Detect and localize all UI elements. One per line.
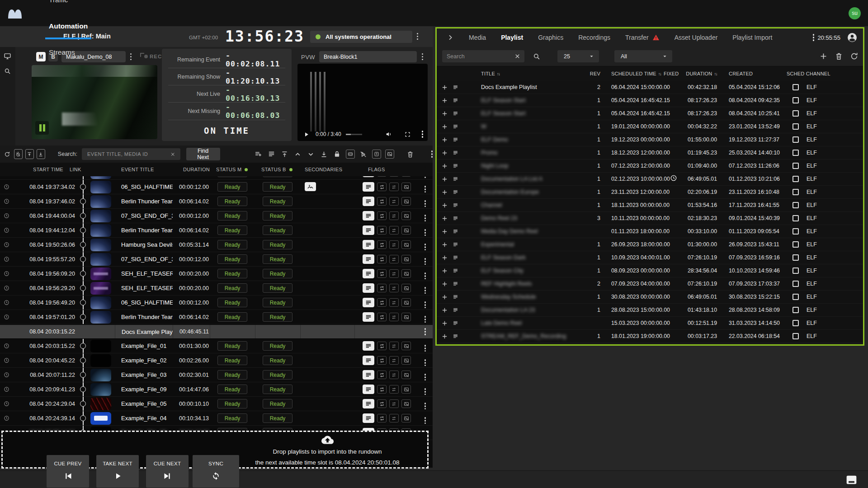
sched-channel-checkbox[interactable] — [793, 241, 799, 248]
graphics-off-icon[interactable] — [401, 399, 411, 408]
add-to-rundown-icon[interactable] — [441, 320, 448, 327]
loop-icon[interactable] — [377, 211, 387, 220]
rundown-row[interactable]: 08.04 19:50:26.06Hamburg Sea Devils Tea.… — [0, 238, 433, 252]
playlist-row[interactable]: REF Highlight Reels207.09.2023 04:00:00.… — [437, 277, 863, 291]
playlist-flag-icon[interactable] — [363, 283, 374, 293]
row-menu-button[interactable] — [425, 374, 426, 380]
loop-icon[interactable] — [377, 240, 387, 249]
skip-off-icon[interactable] — [359, 150, 368, 159]
row-menu-button[interactable] — [425, 200, 426, 207]
link-node-icon[interactable] — [77, 339, 90, 353]
playlist-flag-icon[interactable] — [363, 225, 374, 235]
transition-icon[interactable] — [389, 298, 399, 307]
playlist-add-icon[interactable] — [254, 150, 263, 159]
transition-icon[interactable] — [389, 313, 399, 321]
lock-icon[interactable] — [333, 150, 342, 159]
sched-channel-checkbox[interactable] — [793, 294, 799, 300]
bar-down-icon[interactable] — [320, 150, 329, 159]
loop-icon[interactable] — [377, 197, 387, 206]
rundown-row[interactable]: 08.04 19:56:09.20SEH_ELF_TEASER_20 Pl...… — [0, 267, 433, 281]
loop-icon[interactable] — [377, 176, 387, 177]
rundown-group-row[interactable]: 08.04 20:03:15.22Docs Example Playlist (… — [0, 324, 433, 339]
loop-icon[interactable] — [377, 298, 387, 307]
playlist-icon[interactable] — [452, 202, 459, 208]
sched-channel-checkbox[interactable] — [793, 150, 799, 156]
secondary-graphic-icon[interactable] — [305, 182, 316, 191]
tab-asset-uploader[interactable]: Asset Uploader — [675, 34, 718, 41]
sync-button[interactable]: SYNC — [193, 455, 239, 488]
add-to-rundown-icon[interactable] — [441, 202, 448, 209]
collapse-panel-icon[interactable] — [447, 34, 454, 41]
link-node-icon[interactable] — [77, 296, 90, 310]
add-to-rundown-icon[interactable] — [441, 294, 448, 300]
add-to-rundown-icon[interactable] — [441, 215, 448, 222]
playlist-icon[interactable] — [452, 242, 459, 248]
transition-icon[interactable] — [389, 399, 399, 408]
playlist-flag-icon[interactable] — [363, 269, 374, 278]
graphics-off-icon[interactable] — [401, 176, 411, 177]
rundown-row[interactable]: 08.04 19:37:46.02Berlin Thunder Team Onl… — [0, 194, 433, 209]
playlist-flag-icon[interactable] — [363, 341, 374, 351]
add-to-rundown-icon[interactable] — [441, 84, 448, 91]
playlist-flag-icon[interactable] — [363, 413, 374, 423]
playlist-icon[interactable] — [452, 320, 459, 326]
sched-channel-checkbox[interactable] — [793, 123, 799, 130]
loop-icon[interactable] — [377, 414, 387, 422]
row-menu-button[interactable] — [425, 359, 426, 366]
row-menu-button[interactable] — [425, 244, 426, 250]
link-node-icon[interactable] — [77, 368, 90, 382]
playlist-icon[interactable] — [452, 111, 459, 117]
graphics-off-icon[interactable] — [401, 385, 411, 394]
playlist-row[interactable]: Promo118.12.2023 12:00:00.0001:19:45.232… — [437, 146, 863, 160]
add-to-rundown-icon[interactable] — [441, 307, 448, 314]
playlist-icon[interactable] — [452, 307, 459, 313]
graphics-off-icon[interactable] — [401, 414, 411, 422]
link-node-icon[interactable] — [77, 238, 90, 252]
playlist-row[interactable]: Demo Reel 23310.11.2023 00:00:00.0002:18… — [437, 212, 863, 225]
transition-icon[interactable] — [389, 356, 399, 365]
search-icon[interactable] — [4, 67, 11, 75]
link-node-icon[interactable] — [77, 194, 90, 208]
add-to-rundown-icon[interactable] — [441, 97, 448, 104]
rundown-row[interactable]: 08.04 19:37:22.02ReadyReady — [0, 176, 433, 180]
transition-icon[interactable] — [389, 284, 399, 292]
tab-playlist-import[interactable]: Playlist Import — [732, 34, 772, 41]
tab-transfer[interactable]: Transfer — [625, 34, 660, 41]
sched-channel-checkbox[interactable] — [793, 333, 799, 339]
playlist-row[interactable]: Wednesday Schedule130.08.2023 00:00:00.0… — [437, 291, 863, 304]
loop-icon[interactable] — [377, 269, 387, 278]
playlist-icon[interactable] — [452, 137, 459, 143]
rundown-row[interactable]: 08.04 19:44:00.0407_SIG_END_OF_3RD00:00:… — [0, 209, 433, 223]
fullscreen-icon[interactable] — [404, 131, 411, 138]
add-to-rundown-icon[interactable] — [441, 281, 448, 287]
col-duration[interactable]: DURATION — [686, 71, 717, 76]
loop-icon[interactable] — [377, 342, 387, 350]
col-fixed[interactable]: FIXED — [664, 71, 685, 76]
add-to-rundown-icon[interactable] — [441, 176, 448, 183]
sched-channel-checkbox[interactable] — [793, 163, 799, 169]
playlist-flag-icon[interactable] — [363, 176, 374, 177]
playlist-flag-icon[interactable] — [363, 312, 374, 322]
playlist-flag-icon[interactable] — [363, 370, 374, 380]
refresh-icon[interactable] — [3, 150, 11, 159]
playlist-search-input[interactable] — [442, 53, 514, 60]
row-menu-button[interactable] — [425, 215, 426, 221]
transition-icon[interactable] — [389, 385, 399, 394]
add-playlist-icon[interactable] — [819, 52, 828, 61]
playlist-flag-icon[interactable] — [363, 240, 374, 249]
bar-down-icon[interactable] — [37, 149, 45, 159]
playlist-icon[interactable] — [452, 294, 459, 300]
sched-channel-checkbox[interactable] — [793, 110, 799, 117]
transition-icon[interactable] — [389, 240, 399, 249]
col-link[interactable]: LINK — [70, 167, 90, 172]
delete-icon[interactable] — [835, 52, 843, 61]
rundown-row[interactable]: 08.04 19:56:49.2006_SIG_HALFTIME00:00:12… — [0, 296, 433, 310]
playlist-row[interactable]: Night Loop107.12.2023 12:00:00.0001:09:4… — [437, 160, 863, 173]
row-menu-button[interactable] — [425, 272, 426, 279]
sched-channel-checkbox[interactable] — [793, 189, 799, 195]
loop-icon[interactable] — [377, 313, 387, 321]
bar-up-icon[interactable] — [25, 149, 34, 159]
loop-icon[interactable] — [377, 284, 387, 292]
row-menu-button[interactable] — [425, 229, 426, 236]
refresh-icon[interactable] — [850, 52, 859, 61]
